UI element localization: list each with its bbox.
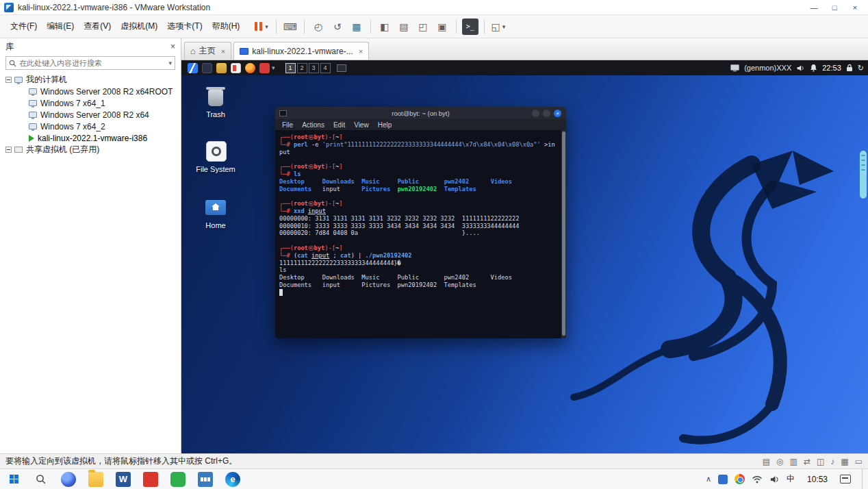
display-icon[interactable]	[730, 64, 739, 72]
toolbar-snapshot-manager-button[interactable]: ▦	[348, 18, 365, 35]
volume-icon[interactable]	[769, 475, 780, 484]
vm-item-1[interactable]: Windows 7 x64_1	[0, 97, 181, 109]
workspace-3[interactable]: 3	[309, 63, 319, 73]
menubar-item-5[interactable]: 帮助(H)	[207, 18, 245, 35]
sound-icon[interactable]: ♪	[830, 457, 834, 466]
taskbar-search-button[interactable]	[27, 469, 55, 489]
toolbar-open-console-button[interactable]: >_	[462, 18, 478, 35]
terminal-titlebar[interactable]: root@byt: ~ (on byt) ×	[275, 107, 566, 119]
terminal-scrollbar[interactable]	[561, 130, 566, 338]
cdrom-icon[interactable]: ◎	[776, 457, 783, 466]
taskbar-app-file-explorer[interactable]	[82, 469, 110, 489]
taskbar-app-green-app[interactable]	[164, 469, 192, 489]
tree-item-shared-vms[interactable]: 共享虚拟机 (已弃用)	[0, 144, 181, 155]
terminal-menu-edit[interactable]: Edit	[333, 121, 345, 129]
terminal-icon[interactable]	[202, 63, 212, 73]
floppy-icon[interactable]: ▥	[790, 457, 797, 466]
terminal-menu-view[interactable]: View	[354, 121, 369, 129]
terminal-window[interactable]: root@byt: ~ (on byt) × FileActionsEditVi…	[275, 107, 566, 338]
library-search[interactable]: ▾	[5, 56, 175, 70]
kali-menu-icon[interactable]	[188, 63, 198, 73]
file-manager-icon[interactable]	[216, 63, 227, 73]
tab-close-icon[interactable]: ×	[221, 47, 225, 55]
terminal-scrollbar-thumb[interactable]	[562, 131, 565, 336]
green-app-icon	[170, 472, 186, 487]
toolbar-stretch-guest-button[interactable]: ◱▾	[490, 18, 507, 35]
tree-expander-icon[interactable]	[5, 77, 12, 83]
kali-vm-display[interactable]: ▾ 1234 (genmon)XXX 22:53 ↻	[181, 60, 868, 453]
window-buttons-icon[interactable]	[337, 64, 346, 72]
tab-home[interactable]: ⌂ 主页 ×	[184, 42, 231, 60]
toolbar-fullscreen-button[interactable]: ◰	[415, 18, 431, 35]
hard-disk-icon[interactable]: ▤	[763, 457, 770, 466]
library-close-button[interactable]: ×	[170, 42, 175, 51]
terminal-output[interactable]: ┌──(root㉿byt)-[~]└─# perl -e 'print"1111…	[275, 130, 561, 338]
desktop-icon-fs[interactable]: File System	[191, 138, 240, 173]
tab-close-icon[interactable]: ×	[359, 47, 363, 55]
vmware-tray-icon[interactable]	[718, 475, 728, 484]
text-editor-icon[interactable]	[231, 63, 241, 73]
tab-kali-vm[interactable]: kali-linux-2022.1-vmware-... ×	[233, 42, 369, 60]
volume-icon[interactable]	[796, 64, 805, 72]
menubar-item-4[interactable]: 选项卡(T)	[162, 18, 207, 35]
toolbar-send-ctrl-alt-del-button[interactable]: ⌨	[282, 18, 298, 35]
notification-bell-icon[interactable]	[810, 64, 817, 72]
stretch-guest-icon: ◱	[491, 21, 500, 32]
terminal-close-button[interactable]: ×	[554, 110, 561, 117]
usb-controller-icon[interactable]: ◫	[817, 457, 824, 466]
terminal-menu-file[interactable]: File	[282, 121, 293, 129]
start-button[interactable]	[0, 469, 27, 489]
wifi-icon[interactable]	[752, 475, 763, 484]
desktop-icon-home[interactable]: Home	[191, 195, 240, 229]
taskbar-app-firefox[interactable]	[55, 469, 82, 489]
panel-clock[interactable]: 22:53	[822, 64, 841, 72]
toolbar-unity-mode-button[interactable]: ▣	[434, 18, 450, 35]
screenshot-tool-icon[interactable]	[259, 63, 270, 73]
workspace-1[interactable]: 1	[285, 63, 296, 73]
vm-item-4[interactable]: kali-linux-2022.1-vmware-i386	[0, 132, 181, 144]
taskbar-app-edge[interactable]: e	[219, 469, 246, 489]
show-desktop-button[interactable]	[862, 469, 865, 489]
toolbar-snapshot-take-button[interactable]: ◴	[310, 18, 327, 35]
workspace-2[interactable]: 2	[297, 63, 307, 73]
terminal-menu-help[interactable]: Help	[378, 121, 392, 129]
display-icon[interactable]: ▭	[855, 457, 863, 466]
input-method-indicator[interactable]: 中	[787, 473, 795, 485]
hidden-icons-caret[interactable]: ∧	[706, 475, 711, 484]
menubar-item-1[interactable]: 编辑(E)	[42, 18, 79, 35]
action-center-icon[interactable]	[840, 475, 851, 484]
taskbar-app-word[interactable]: W	[110, 469, 137, 489]
terminal-minimize-button[interactable]	[532, 110, 539, 117]
toolbar-show-thumbnail-bar-button[interactable]: ▤	[396, 18, 412, 35]
session-power-icon[interactable]: ↻	[858, 64, 864, 73]
menubar-item-2[interactable]: 查看(V)	[79, 18, 116, 35]
toolbar-snapshot-revert-button[interactable]: ↺	[329, 18, 346, 35]
vm-item-3[interactable]: Windows 7 x64_2	[0, 121, 181, 132]
terminal-maximize-button[interactable]	[543, 110, 550, 117]
desktop-icon-trash[interactable]: Trash	[191, 84, 240, 118]
vm-item-2[interactable]: Windows Server 2008 R2 x64	[0, 109, 181, 121]
chrome-tray-icon[interactable]	[735, 474, 745, 484]
power-pause-button[interactable]: ▾	[250, 20, 272, 33]
vm-item-0[interactable]: Windows Server 2008 R2 x64ROOT	[0, 86, 181, 97]
firefox-icon[interactable]	[245, 63, 255, 73]
printer-icon[interactable]: ▦	[841, 457, 848, 466]
close-button[interactable]: ×	[845, 1, 865, 14]
terminal-menu-actions[interactable]: Actions	[302, 121, 324, 129]
menubar-item-3[interactable]: 虚拟机(M)	[116, 18, 162, 35]
maximize-button[interactable]: □	[824, 1, 845, 14]
taskbar-app-vmware[interactable]	[192, 469, 219, 489]
taskbar-app-pdf-reader[interactable]	[137, 469, 164, 489]
search-input[interactable]	[16, 59, 168, 67]
tree-item-my-computer[interactable]: 我的计算机	[0, 74, 181, 86]
lock-icon[interactable]	[846, 64, 853, 72]
kali-desktop[interactable]: TrashFile SystemHome root@byt: ~ (on byt…	[181, 75, 868, 453]
tree-expander-icon[interactable]	[5, 147, 12, 153]
terminal-body[interactable]: ┌──(root㉿byt)-[~]└─# perl -e 'print"1111…	[275, 130, 566, 338]
toolbar-show-library-button[interactable]: ◧	[376, 18, 393, 35]
workspace-4[interactable]: 4	[320, 63, 331, 73]
network-adapter-icon[interactable]: ⇄	[804, 457, 810, 466]
menubar-item-0[interactable]: 文件(F)	[5, 18, 42, 35]
minimize-button[interactable]: —	[804, 1, 824, 14]
taskbar-clock[interactable]: 10:53	[802, 475, 833, 484]
